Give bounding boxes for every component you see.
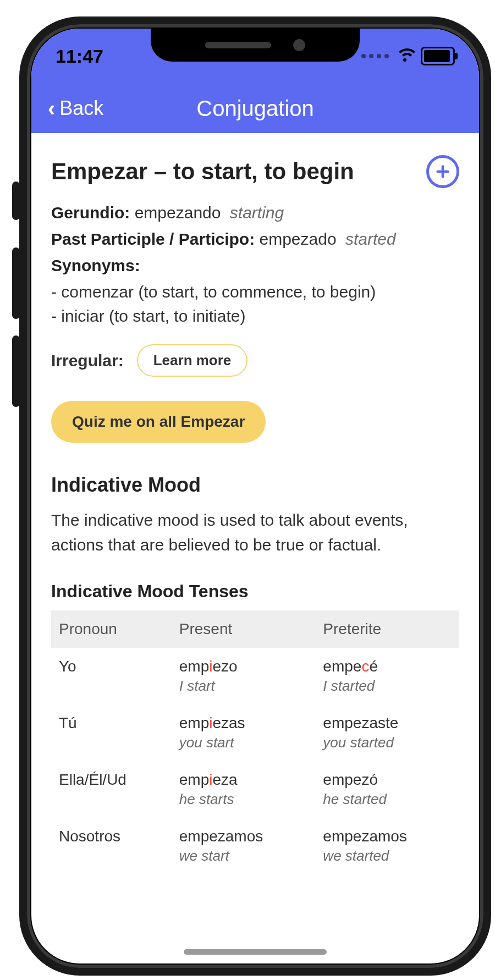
home-indicator[interactable] [184,949,327,955]
back-label: Back [59,97,103,120]
tense-table: Pronoun Present Preterite YoempiezoI sta… [51,610,459,874]
irregular-label: Irregular: [51,351,124,370]
table-row: Túempiezasyou startempezasteyou started [51,704,459,761]
past-participle-line: Past Participle / Participo: empezado st… [51,230,459,249]
present-cell: empezamoswe start [172,818,316,874]
conjugation-text: empezaste [323,714,452,732]
translation-text: we started [323,847,452,865]
synonym-item: - iniciar (to start, to initiate) [51,307,459,326]
table-row: Nosotrosempezamoswe startempezamoswe sta… [51,818,459,874]
word-heading: Empezar – to start, to begin [51,158,354,185]
translation-text: he starts [179,791,308,808]
notch [151,29,360,62]
chevron-left-icon: ‹ [48,97,55,119]
synonym-item: - comenzar (to start, to commence, to be… [51,283,459,301]
front-camera-icon [293,39,305,51]
present-cell: empiezoI start [172,648,316,704]
preterite-cell: empecéI started [315,648,459,704]
speaker-icon [205,42,271,48]
mood-title: Indicative Mood [51,474,459,497]
gerund-label: Gerundio: [51,203,130,222]
device-side-button [12,181,20,220]
translation-text: we start [179,847,308,865]
battery-icon [421,47,455,65]
translation-text: he started [323,791,452,808]
translation-text: you start [179,734,308,751]
conjugation-text: empiezo [179,658,308,675]
conjugation-text: empezó [323,771,452,789]
mood-description: The indicative mood is used to talk abou… [51,508,459,557]
nav-bar: ‹ Back Conjugation [31,84,479,133]
device-side-button [12,247,20,319]
pronoun-cell: Ella/Él/Ud [51,761,172,818]
pronoun-cell: Nosotros [51,818,172,874]
col-pronoun: Pronoun [51,610,172,648]
add-button[interactable] [426,155,459,188]
translation-text: I started [323,678,452,695]
tenses-subtitle: Indicative Mood Tenses [51,581,459,602]
conjugation-text: empezamos [179,828,308,845]
plus-icon [435,164,450,179]
gerund-english: starting [230,203,284,222]
past-participle-english: started [345,230,396,248]
quiz-button[interactable]: Quiz me on all Empezar [51,401,266,443]
screen: 11:47 ‹ Back Conjugation Empe [31,29,479,964]
conjugation-text: empieza [179,771,308,789]
past-participle-label: Past Participle / Participo: [51,230,255,248]
device-side-button [12,335,20,407]
wifi-icon [395,48,414,64]
table-row: Ella/Él/Udempiezahe startsempezóhe start… [51,761,459,818]
pronoun-cell: Yo [51,648,172,704]
conjugation-text: empecé [323,658,452,675]
present-cell: empiezahe starts [172,761,316,818]
back-button[interactable]: ‹ Back [48,97,103,120]
device-frame: 11:47 ‹ Back Conjugation Empe [19,16,491,976]
preterite-cell: empezóhe started [315,761,459,818]
conjugation-text: empezamos [323,828,452,845]
table-row: YoempiezoI startempecéI started [51,648,459,704]
gerund-line: Gerundio: empezando starting [51,203,459,222]
preterite-cell: empezamoswe started [315,818,459,874]
preterite-cell: empezasteyou started [315,704,459,761]
col-preterite: Preterite [315,610,459,648]
translation-text: I start [179,678,308,695]
status-time: 11:47 [56,46,103,67]
translation-text: you started [323,734,452,751]
past-participle-spanish: empezado [259,230,336,248]
nav-title: Conjugation [196,96,314,121]
synonyms-label: Synonyms: [51,256,140,274]
pronoun-cell: Tú [51,704,172,761]
cellular-signal-icon [361,54,389,58]
learn-more-button[interactable]: Learn more [137,344,248,377]
present-cell: empiezasyou start [172,704,316,761]
conjugation-text: empiezas [179,714,308,732]
content-scroll[interactable]: Empezar – to start, to begin Gerundio: e… [31,133,479,964]
col-present: Present [172,610,316,648]
gerund-spanish: empezando [135,203,221,222]
